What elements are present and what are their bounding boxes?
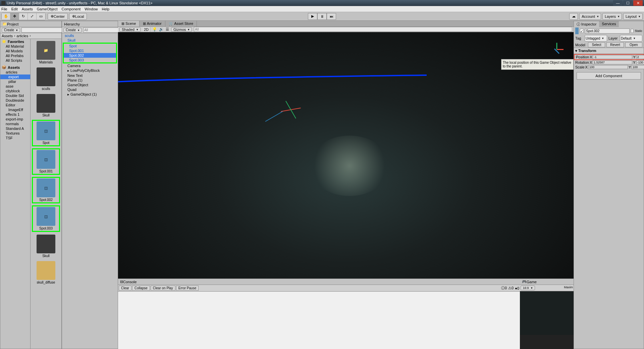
hierarchy-gameobject[interactable]: GameObject [62, 83, 118, 87]
gizmos-dropdown[interactable]: Gizmos [171, 27, 192, 32]
scale-y[interactable] [632, 65, 644, 69]
scene-search[interactable] [194, 27, 572, 32]
fav-scripts[interactable]: All Scripts [0, 58, 30, 63]
hierarchy-lowpoly[interactable]: ▸ LowPolyCityBlock [62, 68, 118, 73]
folder-effects1[interactable]: effects 1 [0, 112, 30, 117]
cloud-button[interactable]: ☁ [569, 13, 578, 20]
hierarchy-camera[interactable]: Camera [62, 63, 118, 68]
console-clear[interactable]: Clear [119, 286, 131, 291]
folder-normals[interactable]: normals [0, 121, 30, 126]
account-dropdown[interactable]: Account [579, 13, 601, 20]
hierarchy-spot002[interactable]: Spot.002 [64, 53, 116, 58]
orientation-gizmo[interactable] [547, 39, 567, 59]
console-error-count[interactable]: ●0 [515, 286, 519, 290]
folder-editor[interactable]: Editor [0, 103, 30, 107]
folder-cityblock[interactable]: cityblock [0, 89, 30, 93]
static-checkbox[interactable] [631, 29, 633, 33]
active-checkbox[interactable]: ✓ [580, 29, 584, 33]
pause-button[interactable]: ⏸ [317, 13, 327, 20]
menu-assets[interactable]: Assets [22, 7, 33, 11]
hand-tool[interactable]: ✋ [2, 13, 10, 20]
space-toggle[interactable]: ⊕ Local [69, 13, 87, 20]
tag-dropdown[interactable]: Untagged [585, 35, 607, 42]
scale-tool[interactable]: ⤢ [28, 13, 37, 20]
orient-x[interactable] [557, 49, 564, 50]
rotate-tool[interactable]: ↻ [19, 13, 28, 20]
move-tool[interactable]: ✥ [10, 13, 19, 20]
shaded-dropdown[interactable]: Shaded [119, 27, 141, 32]
hierarchy-skull[interactable]: Skull [62, 38, 118, 43]
transform-gizmo[interactable] [277, 106, 304, 133]
services-tab[interactable]: Services [599, 21, 619, 27]
grid-skulldiffuse[interactable]: skull_diffuse [32, 260, 60, 285]
rot-y[interactable] [636, 60, 644, 64]
grid-spot[interactable]: ◫Spot [32, 120, 60, 146]
hierarchy-root[interactable]: sculls [62, 33, 118, 38]
grid-skull[interactable]: Skull [32, 93, 60, 118]
console-clearonplay[interactable]: Clear on Play [151, 286, 175, 291]
hierarchy-spot[interactable]: Spot [64, 44, 116, 48]
assetstore-tab[interactable]: 🛒 Asset Store [165, 21, 197, 27]
close-button[interactable]: ✕ [633, 0, 643, 6]
orient-y[interactable] [556, 43, 557, 50]
menu-edit[interactable]: Edit [11, 7, 18, 11]
console-errorpause[interactable]: Error Pause [176, 286, 199, 291]
pivot-toggle[interactable]: ⊕ Center [48, 13, 68, 20]
transform-section[interactable]: ▾ Transform [574, 48, 644, 54]
step-button[interactable]: ⏭ [327, 13, 336, 20]
2d-toggle[interactable]: 2D [143, 27, 150, 32]
pos-x[interactable] [593, 55, 632, 59]
scale-x[interactable] [588, 65, 628, 69]
project-search[interactable] [21, 28, 66, 33]
folder-articles[interactable]: articles [0, 70, 30, 74]
console-tab[interactable]: ⊟ Console [118, 279, 520, 285]
fav-materials[interactable]: All Material [0, 44, 30, 49]
menu-gameobject[interactable]: GameObject [37, 7, 58, 11]
folder-imageeff[interactable]: ImageEff [0, 107, 30, 112]
model-revert[interactable]: Revert [606, 42, 624, 47]
project-tab[interactable]: 📁 Project [0, 21, 61, 27]
folder-standarda[interactable]: Standard A [0, 126, 30, 131]
hierarchy-create[interactable]: Create [63, 28, 82, 33]
grid-spot002[interactable]: ◫Spot.002 [32, 177, 60, 203]
folder-pillar[interactable]: pillar [0, 79, 30, 84]
grid-spot001[interactable]: ◫Spot.001 [32, 148, 60, 175]
scene-view[interactable]: The local position of this Game Object r… [118, 32, 574, 279]
layout-dropdown[interactable]: Layout [623, 13, 643, 20]
grid-spot003[interactable]: ◫Spot.003 [32, 205, 60, 232]
folder-asse[interactable]: asse [0, 84, 30, 89]
hierarchy-quad[interactable]: Quad [62, 87, 118, 92]
rect-tool[interactable]: ▭ [37, 13, 45, 20]
assets-header[interactable]: 📦 Assets [0, 65, 30, 70]
grid-skull2[interactable]: Skull [32, 234, 60, 258]
game-maximize[interactable]: Maxim [564, 286, 573, 290]
model-select[interactable]: Select [588, 42, 605, 47]
grid-materials[interactable]: 📁Materials [32, 40, 60, 65]
folder-textures[interactable]: Textures [0, 131, 30, 136]
fav-prefabs[interactable]: All Prefabs [0, 53, 30, 58]
game-aspect[interactable]: 16:9 [521, 286, 535, 290]
gizmo-z-axis[interactable] [265, 111, 283, 122]
hierarchy-spot001[interactable]: Spot.001 [64, 48, 116, 53]
lighting-toggle[interactable]: 💡 [152, 27, 157, 32]
console-collapse[interactable]: Collapse [132, 286, 150, 291]
model-open[interactable]: Open [625, 42, 642, 47]
hierarchy-tab[interactable]: Hierarchy [62, 21, 118, 27]
hierarchy-gameobject1[interactable]: ▸ GameObject (1) [62, 92, 118, 97]
game-tab[interactable]: 🎮 Game [520, 279, 574, 285]
add-component-button[interactable]: Add Component [577, 72, 641, 80]
audio-toggle[interactable]: 🔊 [159, 27, 164, 32]
folder-export[interactable]: export [0, 74, 30, 79]
minimize-button[interactable]: — [613, 0, 623, 6]
fx-toggle[interactable]: ☰ [166, 27, 169, 32]
layer-dropdown[interactable]: Default [620, 35, 642, 42]
breadcrumb-assets[interactable]: Assets [2, 34, 13, 38]
folder-tsf[interactable]: TSF [0, 136, 30, 140]
favorites-header[interactable]: ⭐ Favorites [0, 39, 30, 44]
gameobject-name[interactable] [585, 29, 630, 34]
menu-window[interactable]: Window [85, 7, 98, 11]
folder-exportimp[interactable]: export-imp [0, 117, 30, 121]
project-create[interactable]: Create [2, 28, 20, 33]
folder-doublesid[interactable]: Double Sid [0, 93, 30, 98]
play-button[interactable]: ▶ [308, 13, 317, 20]
